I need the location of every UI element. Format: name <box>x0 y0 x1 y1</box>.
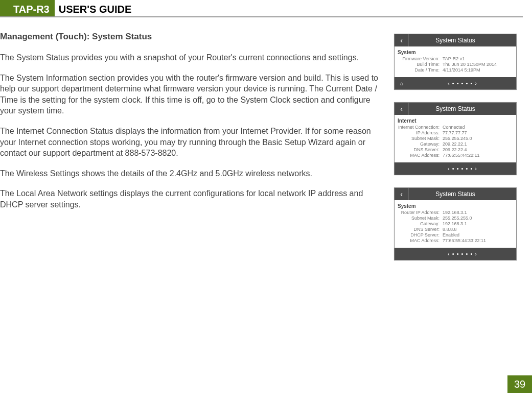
mini-screenshot-system: ‹ System Status System Firmware Version:… <box>394 34 517 90</box>
mini-footer: ‹ • • • • • › <box>395 248 516 260</box>
row-value: 77:66:55:44:33:22:11 <box>443 238 513 243</box>
table-row: MAC Address:77:66:55:44:33:22:11 <box>398 238 513 243</box>
mini-section-label: System <box>398 203 513 209</box>
mini-titlebar: ‹ System Status <box>395 188 516 200</box>
row-label: MAC Address: <box>398 238 443 243</box>
table-row: IP Address:77.77.77.77 <box>398 130 513 135</box>
paragraph: The Wireless Settings shows the details … <box>0 168 388 179</box>
product-badge: TAP-R3 <box>9 0 55 16</box>
paragraph: The Internet Connection Status displays … <box>0 126 388 159</box>
row-value: 209.22.22.4 <box>443 147 513 152</box>
row-value: 255.255.255.0 <box>443 216 513 221</box>
row-value: TAP-R2 v1 <box>443 56 513 61</box>
mini-title: System Status <box>409 105 516 112</box>
row-value: 192.168.3.1 <box>443 210 513 215</box>
mini-section-label: Internet <box>398 118 513 124</box>
table-row: Internet Connection:Connected <box>398 125 513 130</box>
mini-titlebar: ‹ System Status <box>395 34 516 46</box>
mini-section-label: System <box>398 50 513 55</box>
pager-dots[interactable]: ‹ • • • • • › <box>409 80 516 86</box>
mini-footer: ⌂ ‹ • • • • • › <box>395 77 516 89</box>
row-label: Router IP Address: <box>398 210 443 215</box>
paragraph: The Local Area Network settings displays… <box>0 188 388 210</box>
home-icon[interactable]: ⌂ <box>395 81 409 86</box>
paragraph: The System Information section provides … <box>0 73 388 116</box>
table-row: Gateway:209.22.22.1 <box>398 141 513 147</box>
table-row: Router IP Address:192.168.3.1 <box>398 210 513 215</box>
row-label: Firmware Version: <box>398 56 443 61</box>
mini-screenshot-internet: ‹ System Status Internet Internet Connec… <box>394 102 517 175</box>
doc-title: USER'S GUIDE <box>55 0 132 16</box>
mini-titlebar: ‹ System Status <box>395 103 516 115</box>
row-value: 77.77.77.77 <box>443 130 513 135</box>
table-row: DNS Server:209.22.22.4 <box>398 147 513 152</box>
row-value: Connected <box>443 125 513 130</box>
row-value: 4/11/2014 5:19PM <box>443 67 513 73</box>
table-row: DHCP Server:Enabled <box>398 232 513 237</box>
row-label: DHCP Server: <box>398 232 443 237</box>
page-number: 39 <box>507 375 532 393</box>
mini-body: System Router IP Address:192.168.3.1 Sub… <box>395 200 516 248</box>
mini-screenshot-lan: ‹ System Status System Router IP Address… <box>394 187 517 260</box>
row-value: Enabled <box>443 232 513 237</box>
mini-title: System Status <box>409 37 516 44</box>
mini-footer: ‹ • • • • • › <box>395 162 516 175</box>
row-label: DNS Server: <box>398 227 443 232</box>
paragraph: The System Status provides you with a sn… <box>0 52 388 63</box>
table-row: Date / Time: 4/11/2014 5:19PM <box>398 67 513 73</box>
table-row: Build Time: Thu Jun 20 11:50PM 2014 <box>398 62 513 67</box>
pager-dots[interactable]: ‹ • • • • • › <box>409 165 516 172</box>
table-row: Gateway:192.168.3.1 <box>398 221 513 226</box>
screenshots-column: ‹ System Status System Firmware Version:… <box>394 32 522 260</box>
back-icon[interactable]: ‹ <box>395 188 409 200</box>
section-heading: Management (Touch): System Status <box>0 32 388 42</box>
row-label: Internet Connection: <box>398 125 443 130</box>
mini-body: Internet Internet Connection:Connected I… <box>395 115 516 162</box>
row-value: 192.168.3.1 <box>443 221 513 226</box>
row-label: Subnet Mask: <box>398 136 443 141</box>
row-label: Gateway: <box>398 221 443 226</box>
row-label: Subnet Mask: <box>398 216 443 221</box>
row-label: Build Time: <box>398 62 443 67</box>
back-icon[interactable]: ‹ <box>395 103 409 115</box>
doc-header: TAP-R3 USER'S GUIDE <box>0 0 523 17</box>
row-label: IP Address: <box>398 130 443 135</box>
table-row: Subnet Mask:255.255.245.0 <box>398 136 513 141</box>
pager-dots[interactable]: ‹ • • • • • › <box>409 251 516 257</box>
row-label: MAC Address: <box>398 153 443 158</box>
row-label: Date / Time: <box>398 67 443 73</box>
row-label: DNS Server: <box>398 147 443 152</box>
header-accent <box>0 0 9 16</box>
row-value: 209.22.22.1 <box>443 141 513 147</box>
mini-title: System Status <box>409 191 516 198</box>
page-body: Management (Touch): System Status The Sy… <box>0 17 532 260</box>
row-value: Thu Jun 20 11:50PM 2014 <box>443 62 513 67</box>
table-row: Subnet Mask:255.255.255.0 <box>398 216 513 221</box>
table-row: DNS Server:8.8.8.8 <box>398 227 513 232</box>
row-value: 77:66:55:44:22:11 <box>443 153 513 158</box>
table-row: MAC Address:77:66:55:44:22:11 <box>398 153 513 158</box>
row-value: 255.255.245.0 <box>443 136 513 141</box>
text-column: Management (Touch): System Status The Sy… <box>0 32 394 260</box>
table-row: Firmware Version: TAP-R2 v1 <box>398 56 513 61</box>
mini-body: System Firmware Version: TAP-R2 v1 Build… <box>395 46 516 77</box>
row-label: Gateway: <box>398 141 443 147</box>
row-value: 8.8.8.8 <box>443 227 513 232</box>
back-icon[interactable]: ‹ <box>395 34 409 46</box>
